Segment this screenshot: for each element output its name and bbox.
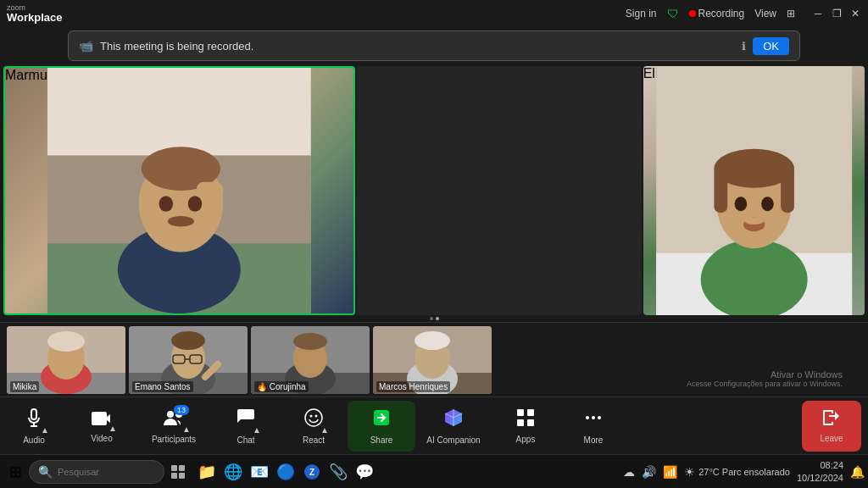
more-label: More (584, 435, 604, 445)
svg-point-45 (415, 331, 450, 350)
svg-rect-55 (527, 419, 534, 426)
more-icon (583, 408, 604, 433)
ok-button[interactable]: OK (753, 37, 789, 55)
svg-rect-2 (47, 68, 311, 156)
tray-icon-3: 📶 (663, 465, 677, 479)
svg-point-56 (586, 416, 589, 419)
tray-icon-1: ☁ (623, 465, 635, 479)
svg-rect-61 (171, 473, 177, 479)
svg-point-18 (734, 197, 747, 211)
tray-icon-2: 🔊 (642, 465, 656, 479)
taskbar-right: ☁ 🔊 📶 ☀ 27°C Parc ensolarado 08:24 10/12… (623, 459, 865, 484)
apps-button[interactable]: Apps (492, 401, 559, 452)
recording-dot (689, 10, 696, 17)
eliza-video (643, 66, 865, 315)
taskbar-app-7[interactable]: 💬 (353, 460, 376, 484)
minimize-button[interactable]: ─ (812, 8, 824, 19)
svg-point-8 (159, 196, 174, 212)
taskbar-app-6[interactable]: 📎 (326, 460, 350, 484)
svg-rect-62 (179, 473, 185, 479)
ai-companion-button[interactable]: AI Companion (415, 401, 492, 452)
taskbar-app-3[interactable]: 📧 (248, 460, 271, 484)
title-bar: zoom Workplace Sign in 🛡 Recording View … (0, 0, 868, 27)
video-button[interactable]: ▲ Video (68, 401, 136, 452)
start-button[interactable]: ⊞ (3, 460, 27, 484)
marmuthe-video (5, 68, 353, 313)
share-button[interactable]: Share (348, 401, 415, 452)
apps-icon (516, 408, 535, 432)
participants-button[interactable]: 13 ▲ Participants (136, 401, 212, 452)
thumb-mikika: Mikika (7, 326, 125, 394)
view-grid-icon: ⊞ (787, 8, 795, 19)
svg-point-31 (171, 331, 205, 350)
more-button[interactable]: More (559, 401, 627, 452)
taskbar-search[interactable]: 🔍 (29, 460, 164, 484)
leave-icon (821, 409, 842, 431)
window-controls: ─ ❐ ✕ (812, 8, 861, 19)
svg-point-49 (310, 414, 313, 417)
svg-point-48 (305, 409, 322, 426)
search-input[interactable] (58, 467, 155, 477)
recording-label: Recording (698, 8, 745, 19)
thumb-emano: Emano Santos (129, 326, 248, 394)
share-icon (371, 408, 392, 433)
leave-label: Leave (820, 434, 843, 443)
audio-label: Audio (23, 435, 45, 445)
audio-button[interactable]: ▲ Audio (0, 401, 68, 452)
zoom-logo: zoom Workplace (7, 4, 63, 23)
chat-label: Chat (236, 435, 254, 445)
view-button[interactable]: View (754, 8, 776, 19)
svg-point-26 (47, 331, 85, 352)
svg-point-9 (188, 196, 203, 212)
task-view-button[interactable] (166, 460, 190, 484)
svg-point-19 (761, 197, 774, 211)
video-tile-blank (357, 66, 642, 315)
info-icon[interactable]: ℹ (742, 40, 746, 53)
react-button[interactable]: ▲ React (280, 401, 348, 452)
taskbar-app-2[interactable]: 🌐 (221, 460, 245, 484)
svg-point-10 (168, 216, 194, 226)
datetime-widget: 08:24 10/12/2024 (797, 459, 843, 484)
participants-icon: 13 ▲ (162, 408, 186, 432)
svg-rect-59 (171, 465, 177, 471)
taskbar-app-5[interactable]: Z (300, 460, 324, 484)
svg-rect-16 (714, 164, 727, 214)
title-bar-right: Sign in 🛡 Recording View ⊞ ─ ❐ ✕ (626, 7, 861, 20)
notification-center-icon[interactable]: 🔔 (850, 465, 865, 479)
marcos-label: Marcos Henriques (376, 381, 450, 392)
taskbar-app-4[interactable]: 🔵 (274, 460, 298, 484)
mikika-label: Mikika (10, 381, 39, 392)
svg-point-21 (744, 218, 764, 225)
svg-point-46 (167, 411, 174, 418)
activate-watermark: Ativar o Windows Acesse Configurações pa… (687, 369, 843, 388)
taskbar-app-icons: 📁 🌐 📧 🔵 Z 📎 💬 (195, 460, 376, 484)
ai-companion-label: AI Companion (426, 435, 480, 445)
search-icon: 🔍 (38, 465, 53, 479)
title-bar-left: zoom Workplace (7, 4, 63, 23)
notification-bar: 📹 This meeting is being recorded. ℹ OK (68, 30, 800, 61)
svg-rect-7 (197, 182, 223, 200)
signin-button[interactable]: Sign in (626, 8, 657, 19)
notification-text: This meeting is being recorded. (100, 40, 735, 53)
svg-point-58 (598, 416, 601, 419)
participants-badge: 13 (174, 405, 189, 415)
video-icon: ▲ (92, 409, 112, 431)
maximize-button[interactable]: ❐ (831, 8, 843, 19)
react-icon: ▲ (303, 408, 324, 433)
taskbar: ⊞ 🔍 📁 🌐 📧 🔵 Z 📎 💬 ☁ 🔊 📶 ☀ 27°C Parc enso… (0, 454, 868, 488)
participants-label: Participants (152, 435, 196, 444)
close-button[interactable]: ✕ (849, 8, 861, 19)
svg-rect-52 (517, 409, 524, 416)
audio-icon: ▲ (24, 408, 44, 433)
video-tile-eliza: Eliza Virginia3 (643, 66, 865, 315)
svg-rect-17 (781, 164, 794, 214)
recording-notif-icon: 📹 (79, 39, 93, 53)
ai-companion-icon (442, 408, 465, 433)
svg-rect-53 (527, 409, 534, 416)
taskbar-app-1[interactable]: 📁 (195, 460, 219, 484)
weather-widget: ☀ 27°C Parc ensolarado (684, 465, 790, 479)
leave-button[interactable]: Leave (802, 401, 861, 452)
video-container: Marmuthe (0, 64, 868, 396)
chat-button[interactable]: ▲ Chat (212, 401, 280, 452)
share-label: Share (370, 435, 393, 445)
